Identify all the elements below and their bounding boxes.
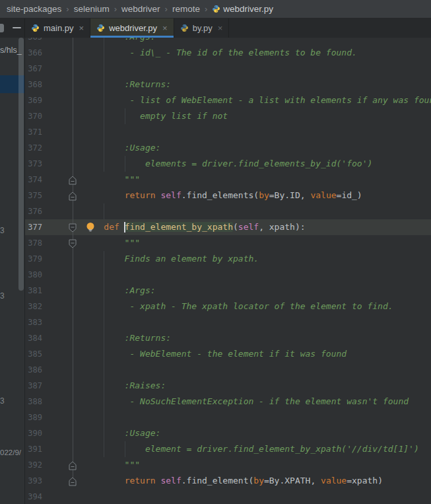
code-line[interactable]: 373 elements = driver.find_elements_by_i…	[25, 156, 431, 172]
code-line[interactable]: 382 - xpath - The xpath locator of the e…	[25, 299, 431, 314]
indent-guide	[104, 267, 104, 283]
hide-panel-icon[interactable]	[13, 27, 21, 28]
line-number: 383	[25, 314, 42, 330]
fold-collapse-up-icon[interactable]	[69, 191, 77, 200]
python-icon	[212, 5, 220, 13]
code-line-text: :Args:	[83, 38, 156, 45]
tab-webdriver-py[interactable]: webdriver.py×	[90, 18, 174, 38]
breadcrumb-item[interactable]: remote	[172, 4, 200, 14]
breadcrumb-item[interactable]: selenium	[74, 4, 110, 14]
code-line[interactable]: 381 :Args:	[25, 283, 431, 299]
tree-item-clipped[interactable]: 3	[0, 396, 5, 406]
line-number: 376	[25, 203, 42, 219]
line-number: 389	[25, 410, 42, 425]
code-line[interactable]: 378 """	[25, 235, 431, 251]
code-line[interactable]: 384 :Returns:	[25, 330, 431, 346]
breadcrumb-item-file[interactable]: webdriver.py	[212, 4, 273, 14]
code-line[interactable]: 367	[25, 61, 431, 77]
code-line-text: - NoSuchElementException - if the elemen…	[83, 394, 409, 410]
code-line[interactable]: 369 - list of WebElement - a list with e…	[25, 92, 431, 108]
code-line[interactable]: 392 """	[25, 457, 431, 473]
line-number: 370	[25, 108, 42, 124]
code-line[interactable]: 366 - id\_ - The id of the elements to b…	[25, 45, 431, 61]
fold-collapse-up-icon[interactable]	[69, 175, 77, 184]
code-line[interactable]: 377 def find_element_by_xpath(self, xpat…	[25, 219, 431, 235]
fold-collapse-up-icon[interactable]	[69, 476, 77, 486]
code-line[interactable]: 368 :Returns:	[25, 77, 431, 92]
indent-guide	[104, 314, 104, 330]
line-number: 387	[25, 378, 42, 394]
line-number: 384	[25, 330, 42, 346]
code-line-text: element = driver.find_element_by_xpath('…	[83, 441, 419, 457]
line-number: 371	[25, 124, 42, 140]
code-line-text: - xpath - The xpath locator of the eleme…	[83, 299, 393, 314]
tab-by-py[interactable]: by.py×	[174, 18, 230, 38]
code-line[interactable]: 365 :Args:	[25, 38, 431, 45]
code-editor[interactable]: 365 :Args:366 - id\_ - The id of the ele…	[25, 38, 431, 504]
fold-collapse-down-icon[interactable]	[69, 238, 77, 248]
tabbar-left-tools	[0, 18, 25, 38]
code-line[interactable]: 394	[25, 489, 431, 504]
code-line[interactable]: 386	[25, 362, 431, 378]
code-line-text: - list of WebElement - a list with eleme…	[83, 92, 431, 108]
fold-collapse-down-icon[interactable]	[69, 223, 77, 232]
tab-close-icon[interactable]: ×	[79, 24, 84, 32]
line-number: 380	[25, 267, 42, 283]
line-number: 366	[25, 45, 42, 61]
project-tree-strip[interactable]: s/hls_333022/9/	[0, 38, 25, 504]
tree-item-clipped[interactable]: 022/9/	[0, 449, 21, 456]
indent-guide	[104, 61, 104, 77]
code-line[interactable]: 374 """	[25, 172, 431, 188]
tree-item-clipped[interactable]: 3	[0, 226, 5, 235]
tab-main-py[interactable]: main.py×	[25, 18, 90, 38]
line-number: 375	[25, 188, 42, 203]
code-line-text: elements = driver.find_elements_by_id('f…	[83, 156, 372, 172]
text-caret	[124, 222, 125, 233]
line-number: 390	[25, 425, 42, 441]
tab-close-icon[interactable]: ×	[162, 24, 168, 32]
fold-collapse-up-icon[interactable]	[69, 460, 77, 470]
code-line[interactable]: 376	[25, 203, 431, 219]
indent-guide	[104, 124, 104, 140]
code-line[interactable]: 393 return self.find_element(by=By.XPATH…	[25, 473, 431, 489]
line-number: 382	[25, 299, 42, 314]
python-icon	[180, 24, 189, 32]
code-line-text: return self.find_elements(by=By.ID, valu…	[83, 188, 362, 203]
code-line[interactable]: 387 :Raises:	[25, 378, 431, 394]
code-line[interactable]: 390 :Usage:	[25, 425, 431, 441]
line-number: 372	[25, 140, 42, 156]
tab-close-icon[interactable]: ×	[218, 24, 223, 32]
code-line-text: - id\_ - The id of the elements to be fo…	[83, 45, 357, 61]
tab-bar: main.py×webdriver.py×by.py×	[0, 18, 431, 38]
code-line[interactable]: 379 Finds an element by xpath.	[25, 251, 431, 267]
code-line[interactable]: 391 element = driver.find_element_by_xpa…	[25, 441, 431, 457]
code-line[interactable]: 375 return self.find_elements(by=By.ID, …	[25, 188, 431, 203]
code-line-text: empty list if not	[83, 108, 228, 124]
tree-scrollbar-thumb[interactable]	[18, 38, 24, 291]
line-number: 393	[25, 473, 42, 489]
clipped-toolbar-icon[interactable]	[0, 24, 4, 32]
line-number: 388	[25, 394, 42, 410]
breadcrumb-separator: ›	[200, 4, 212, 14]
code-line[interactable]: 385 - WebElement - the element if it was…	[25, 346, 431, 362]
code-line-text: Finds an element by xpath.	[83, 251, 259, 267]
tree-item-clipped[interactable]: 3	[0, 291, 5, 301]
breadcrumb-file-label: webdriver.py	[223, 4, 273, 14]
tab-label: by.py	[193, 23, 213, 33]
code-line[interactable]: 383	[25, 314, 431, 330]
line-number: 374	[25, 172, 42, 188]
line-number: 381	[25, 283, 42, 299]
code-line[interactable]: 372 :Usage:	[25, 140, 431, 156]
code-line[interactable]: 380	[25, 267, 431, 283]
code-line[interactable]: 388 - NoSuchElementException - if the el…	[25, 394, 431, 410]
code-line[interactable]: 371	[25, 124, 431, 140]
breadcrumb-item[interactable]: webdriver	[121, 4, 160, 14]
line-number: 368	[25, 77, 42, 92]
code-line[interactable]: 370 empty list if not	[25, 108, 431, 124]
line-number: 386	[25, 362, 42, 378]
code-line-text: :Returns:	[83, 77, 171, 92]
line-number: 394	[25, 489, 42, 504]
code-line[interactable]: 389	[25, 410, 431, 425]
ide-window: site-packages›selenium›webdriver›remote›…	[0, 0, 431, 504]
breadcrumb-item[interactable]: site-packages	[7, 4, 61, 14]
